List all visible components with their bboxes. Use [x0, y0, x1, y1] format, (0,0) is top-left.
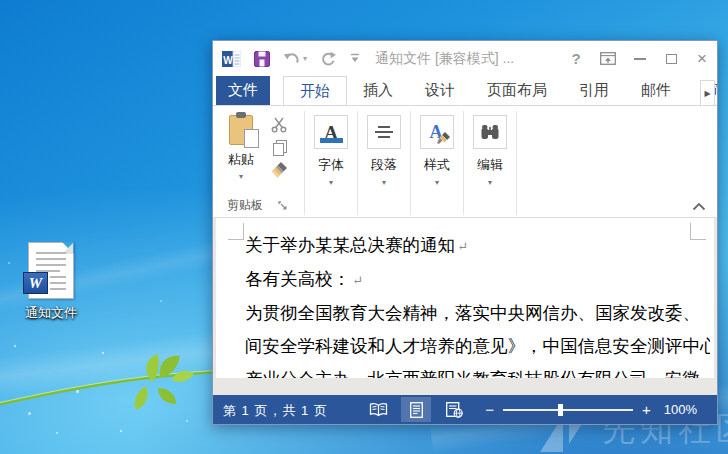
zoom-slider[interactable]: [503, 409, 633, 411]
web-layout-icon: [446, 402, 463, 418]
document-text[interactable]: 关于举办某某总决赛的通知↵ 各有关高校：↵ 为贯彻全国教育大会精神，落实中央网信…: [245, 218, 710, 378]
tab-home[interactable]: 开始: [283, 76, 347, 105]
text-boundary-cropmark: [228, 223, 244, 240]
svg-text:W: W: [223, 54, 233, 65]
styles-brush-icon: [437, 132, 450, 145]
redo-icon[interactable]: [320, 51, 336, 67]
system-buttons: ? ×: [569, 50, 709, 67]
binoculars-icon: [481, 124, 499, 140]
document-line: 为贯彻全国教育大会精神，落实中央网信办、国家发改委、: [245, 297, 710, 330]
paragraph-icon: [367, 115, 401, 149]
editing-group-button[interactable]: 编辑 ▾: [464, 111, 516, 217]
editing-dropdown-caret[interactable]: ▾: [488, 178, 492, 187]
print-layout-button[interactable]: [401, 397, 431, 422]
paragraph-group-label: 段落: [371, 156, 397, 174]
paragraph-mark-icon: ↵: [457, 239, 468, 254]
group-separator: [516, 111, 517, 215]
paragraph-group-button[interactable]: 段落 ▾: [358, 111, 410, 217]
desktop-icon-notice-file[interactable]: W 通知文件: [8, 242, 94, 322]
window-title: 通知文件 [兼容模式] ...: [375, 50, 569, 68]
undo-icon: [283, 51, 300, 66]
word-document-icon: W: [28, 242, 74, 299]
save-icon[interactable]: [254, 51, 270, 67]
zoom-controls: − + 100%: [485, 397, 697, 422]
word-w-badge-icon: W: [23, 272, 48, 294]
web-layout-button[interactable]: [439, 397, 469, 422]
document-line: 关于举办某某总决赛的通知↵: [245, 229, 710, 263]
tab-scroll-right-button[interactable]: ▶: [700, 80, 715, 106]
ribbon-tab-row: 文件 开始 插入 设计 页面布局 引用 邮件 审 ▶: [213, 76, 717, 106]
status-bar: 第 1 页，共 1 页: [213, 395, 717, 424]
zoom-percentage[interactable]: 100%: [664, 402, 697, 417]
view-shortcuts: [363, 397, 469, 422]
clipboard-dialog-launcher-icon[interactable]: [278, 201, 288, 211]
editing-icon: [473, 115, 507, 149]
font-icon: A: [314, 115, 348, 149]
paste-label: 粘贴: [228, 151, 254, 169]
desktop: 先知社区 W 通知文件 W: [0, 0, 728, 454]
styles-group-button[interactable]: A 样式 ▾: [411, 111, 463, 217]
tab-references[interactable]: 引用: [563, 76, 625, 105]
clipboard-group: 粘贴 ▾: [218, 111, 304, 217]
ribbon-display-options-icon[interactable]: [600, 52, 616, 65]
clipboard-group-label: 剪贴板: [227, 197, 263, 214]
font-dropdown-caret[interactable]: ▾: [329, 178, 333, 187]
cut-scissors-icon[interactable]: [271, 117, 287, 133]
font-group-label: 字体: [318, 156, 344, 174]
collapse-ribbon-chevron-icon[interactable]: [692, 202, 706, 211]
ribbon: 粘贴 ▾: [213, 106, 717, 218]
zoom-slider-thumb[interactable]: [558, 404, 563, 416]
read-mode-button[interactable]: [363, 397, 393, 422]
word-window: W ▾: [212, 40, 718, 425]
minimize-button[interactable]: [633, 58, 647, 60]
tab-insert[interactable]: 插入: [347, 76, 409, 105]
customize-qat-icon[interactable]: [349, 53, 361, 64]
format-painter-icon[interactable]: [271, 162, 288, 179]
maximize-button[interactable]: [664, 54, 678, 64]
styles-group-label: 样式: [424, 156, 450, 174]
tab-file[interactable]: 文件: [216, 76, 270, 105]
print-layout-icon: [410, 402, 423, 418]
styles-icon: A: [420, 115, 454, 149]
page-number-status[interactable]: 第 1 页，共 1 页: [223, 402, 328, 420]
minimize-icon: [634, 58, 646, 60]
document-line: 各有关高校：↵: [245, 263, 710, 297]
ribbon-tabs: 开始 插入 设计 页面布局 引用 邮件 审: [283, 76, 717, 105]
desktop-icon-label: 通知文件: [8, 304, 94, 322]
document-line: 产业分会主办，北京西普阳光教育科技股份有限公司，安徽: [245, 363, 710, 378]
undo-button[interactable]: ▾: [283, 51, 307, 66]
close-button[interactable]: ×: [695, 52, 709, 66]
document-line: 间安全学科建设和人才培养的意见》，中国信息安全测评中心: [245, 330, 710, 363]
tab-mailings[interactable]: 邮件: [625, 76, 687, 105]
undo-dropdown-caret[interactable]: ▾: [303, 54, 307, 63]
copy-icon[interactable]: [273, 140, 286, 155]
wallpaper-vine-graphic: [0, 324, 216, 454]
maximize-icon: [666, 54, 677, 64]
editing-group-label: 编辑: [477, 156, 503, 174]
tab-design[interactable]: 设计: [409, 76, 471, 105]
zoom-out-button[interactable]: −: [485, 402, 494, 417]
paragraph-dropdown-caret[interactable]: ▾: [382, 178, 386, 187]
font-group-button[interactable]: A 字体 ▾: [305, 111, 357, 217]
zoom-in-button[interactable]: +: [642, 402, 651, 417]
paragraph-mark-icon: ↵: [352, 273, 363, 288]
word-app-icon[interactable]: W: [222, 51, 241, 67]
title-bar: W ▾: [213, 41, 717, 76]
paste-dropdown-caret[interactable]: ▾: [239, 172, 243, 181]
document-workspace: 关于举办某某总决赛的通知↵ 各有关高校：↵ 为贯彻全国教育大会精神，落实中央网信…: [213, 218, 717, 395]
tab-page-layout[interactable]: 页面布局: [471, 76, 563, 105]
paste-clipboard-icon: [229, 115, 253, 145]
document-page[interactable]: 关于举办某某总决赛的通知↵ 各有关高校：↵ 为贯彻全国教育大会精神，落实中央网信…: [216, 218, 714, 378]
quick-access-toolbar: W ▾: [222, 51, 361, 67]
styles-dropdown-caret[interactable]: ▾: [435, 178, 439, 187]
help-button[interactable]: ?: [569, 50, 583, 67]
read-mode-icon: [369, 402, 388, 417]
clipboard-group-footer: 剪贴板: [227, 197, 288, 214]
